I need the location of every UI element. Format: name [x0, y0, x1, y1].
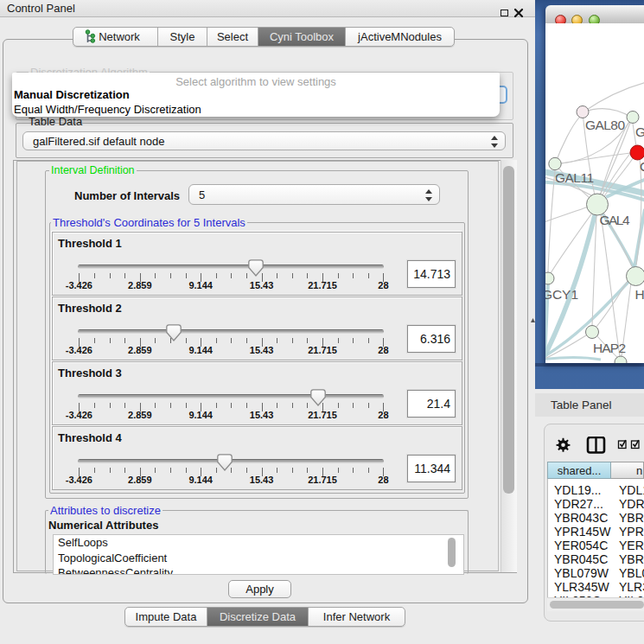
svg-text:HAP2: HAP2	[593, 341, 626, 355]
svg-text:GAL4: GAL4	[600, 213, 630, 227]
svg-text:GAL11: GAL11	[555, 170, 594, 185]
svg-text:HI: HI	[635, 287, 644, 302]
svg-text:GCY1: GCY1	[545, 287, 578, 302]
svg-text:GAL80: GAL80	[585, 118, 625, 132]
svg-text:CO: CO	[640, 159, 644, 174]
svg-text:GA: GA	[635, 124, 644, 139]
